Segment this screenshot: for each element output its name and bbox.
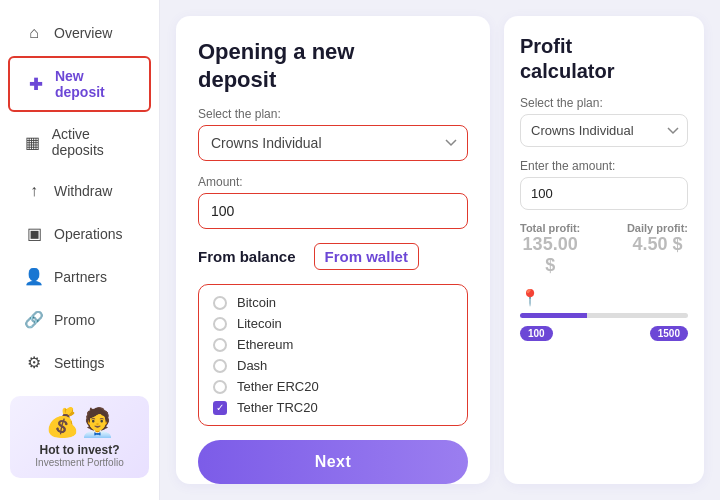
crypto-list: Bitcoin Litecoin Ethereum Dash Tether ER… bbox=[198, 284, 468, 426]
sidebar-item-partners[interactable]: 👤 Partners bbox=[8, 257, 151, 296]
overview-icon: ⌂ bbox=[24, 24, 44, 42]
sidebar-label-promo: Promo bbox=[54, 312, 95, 328]
sidebar-item-promo[interactable]: 🔗 Promo bbox=[8, 300, 151, 339]
sidebar-label-settings: Settings bbox=[54, 355, 105, 371]
withdraw-icon: ↑ bbox=[24, 182, 44, 200]
amount-label: Amount: bbox=[198, 175, 468, 189]
tether-erc20-label: Tether ERC20 bbox=[237, 379, 319, 394]
daily-profit-value: 4.50 $ bbox=[627, 234, 688, 255]
location-icon: 📍 bbox=[520, 288, 688, 307]
tether-erc20-radio[interactable] bbox=[213, 380, 227, 394]
sidebar-item-overview[interactable]: ⌂ Overview bbox=[8, 14, 151, 52]
main-content: Opening a new deposit Select the plan: C… bbox=[160, 0, 720, 500]
daily-profit-col: Daily profit: 4.50 $ bbox=[627, 222, 688, 276]
slider-min-badge: 100 bbox=[520, 326, 553, 341]
new-deposit-icon: ✚ bbox=[26, 75, 45, 94]
crypto-bitcoin[interactable]: Bitcoin bbox=[213, 295, 453, 310]
sidebar-item-new-deposit[interactable]: ✚ New deposit bbox=[8, 56, 151, 112]
invest-title: Hot to invest? bbox=[20, 443, 139, 457]
sidebar-item-settings[interactable]: ⚙ Settings bbox=[8, 343, 151, 382]
crypto-dash[interactable]: Dash bbox=[213, 358, 453, 373]
slider-labels: 100 1500 bbox=[520, 326, 688, 341]
ethereum-label: Ethereum bbox=[237, 337, 293, 352]
sidebar-label-withdraw: Withdraw bbox=[54, 183, 112, 199]
from-wallet-button[interactable]: From wallet bbox=[314, 243, 419, 270]
deposit-form: Opening a new deposit Select the plan: C… bbox=[176, 16, 490, 484]
invest-box: 💰🧑‍💼 Hot to invest? Investment Portfolio bbox=[10, 396, 149, 478]
operations-icon: ▣ bbox=[24, 224, 44, 243]
sidebar-item-withdraw[interactable]: ↑ Withdraw bbox=[8, 172, 151, 210]
calc-plan-field: Select the plan: Crowns Individual Stand… bbox=[520, 96, 688, 147]
balance-wallet-row: From balance From wallet bbox=[198, 243, 468, 270]
plan-label: Select the plan: bbox=[198, 107, 468, 121]
dash-label: Dash bbox=[237, 358, 267, 373]
total-profit-col: Total profit: 135.00$ bbox=[520, 222, 580, 276]
sidebar-label-overview: Overview bbox=[54, 25, 112, 41]
promo-icon: 🔗 bbox=[24, 310, 44, 329]
calc-amount-field: Enter the amount: bbox=[520, 159, 688, 210]
total-profit-value: 135.00$ bbox=[520, 234, 580, 276]
plan-select[interactable]: Crowns Individual Standard Plan Premium … bbox=[198, 125, 468, 161]
plan-field: Select the plan: Crowns Individual Stand… bbox=[198, 107, 468, 161]
litecoin-label: Litecoin bbox=[237, 316, 282, 331]
sidebar-item-active-deposits[interactable]: ▦ Active deposits bbox=[8, 116, 151, 168]
bitcoin-label: Bitcoin bbox=[237, 295, 276, 310]
ethereum-radio[interactable] bbox=[213, 338, 227, 352]
calc-amount-input[interactable] bbox=[520, 177, 688, 210]
sidebar-label-active-deposits: Active deposits bbox=[52, 126, 135, 158]
from-balance-label: From balance bbox=[198, 248, 296, 265]
daily-profit-label: Daily profit: bbox=[627, 222, 688, 234]
sidebar: ⌂ Overview ✚ New deposit ▦ Active deposi… bbox=[0, 0, 160, 500]
settings-icon: ⚙ bbox=[24, 353, 44, 372]
calc-amount-label: Enter the amount: bbox=[520, 159, 688, 173]
calc-plan-select[interactable]: Crowns Individual Standard Plan bbox=[520, 114, 688, 147]
tether-trc20-label: Tether TRC20 bbox=[237, 400, 318, 415]
calc-plan-label: Select the plan: bbox=[520, 96, 688, 110]
sidebar-label-partners: Partners bbox=[54, 269, 107, 285]
crypto-tether-trc20[interactable]: ✓ Tether TRC20 bbox=[213, 400, 453, 415]
crypto-litecoin[interactable]: Litecoin bbox=[213, 316, 453, 331]
profit-calculator: Profit calculator Select the plan: Crown… bbox=[504, 16, 704, 484]
invest-illustration: 💰🧑‍💼 bbox=[20, 406, 139, 439]
invest-subtitle: Investment Portfolio bbox=[20, 457, 139, 468]
profit-results-row: Total profit: 135.00$ Daily profit: 4.50… bbox=[520, 222, 688, 276]
crypto-tether-erc20[interactable]: Tether ERC20 bbox=[213, 379, 453, 394]
bitcoin-radio[interactable] bbox=[213, 296, 227, 310]
sidebar-item-operations[interactable]: ▣ Operations bbox=[8, 214, 151, 253]
deposit-heading: Opening a new deposit bbox=[198, 38, 468, 93]
litecoin-radio[interactable] bbox=[213, 317, 227, 331]
sidebar-label-operations: Operations bbox=[54, 226, 122, 242]
sidebar-label-new-deposit: New deposit bbox=[55, 68, 133, 100]
slider-max-badge: 1500 bbox=[650, 326, 688, 341]
profit-calc-heading: Profit calculator bbox=[520, 34, 688, 84]
next-button[interactable]: Next bbox=[198, 440, 468, 484]
dash-radio[interactable] bbox=[213, 359, 227, 373]
partners-icon: 👤 bbox=[24, 267, 44, 286]
amount-field: Amount: bbox=[198, 175, 468, 229]
total-profit-label: Total profit: bbox=[520, 222, 580, 234]
active-deposits-icon: ▦ bbox=[24, 133, 42, 152]
slider-section: 📍 100 1500 bbox=[520, 288, 688, 341]
amount-input[interactable] bbox=[198, 193, 468, 229]
slider-track bbox=[520, 313, 688, 318]
invest-box-container: 💰🧑‍💼 Hot to invest? Investment Portfolio bbox=[0, 386, 159, 488]
crypto-ethereum[interactable]: Ethereum bbox=[213, 337, 453, 352]
tether-trc20-checkbox[interactable]: ✓ bbox=[213, 401, 227, 415]
